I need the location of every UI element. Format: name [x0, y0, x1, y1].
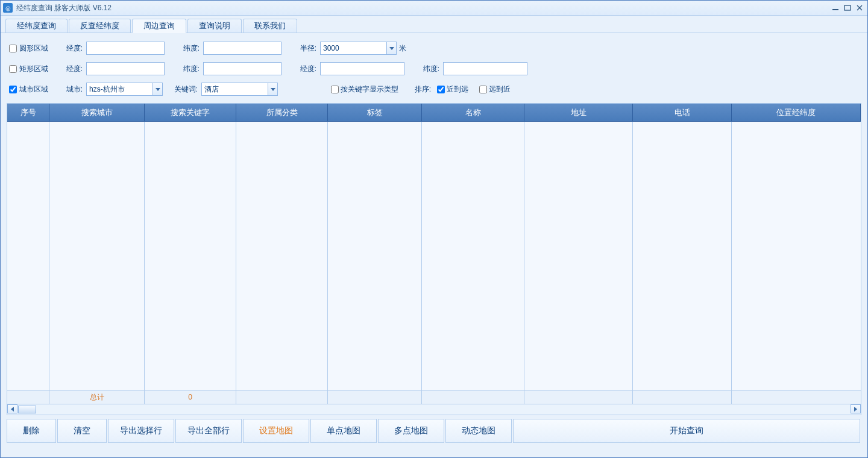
tab-bar: 经纬度查询 反查经纬度 周边查询 查询说明 联系我们 — [1, 16, 867, 33]
tab-reverse-coord[interactable]: 反查经纬度 — [69, 19, 131, 33]
show-type-label: 按关键字显示类型 — [341, 84, 398, 95]
table-footer: 总计 0 — [7, 390, 861, 404]
set-map-button[interactable]: 设置地图 — [243, 419, 309, 443]
rect-lng1-label: 经度: — [58, 64, 83, 74]
circle-lat-input[interactable] — [203, 42, 281, 55]
total-label: 总计 — [49, 391, 145, 404]
sort-far-label: 远到近 — [489, 84, 511, 95]
total-value: 0 — [145, 391, 236, 404]
export-all-button[interactable]: 导出全部行 — [175, 419, 242, 443]
row-circle: 圆形区域 经度: 纬度: 半径: 米 — [7, 38, 861, 58]
rect-lat2-input[interactable] — [443, 62, 527, 75]
col-index[interactable]: 序号 — [7, 104, 49, 122]
results-table: 序号 搜索城市 搜索关键字 所属分类 标签 名称 地址 电话 位置经纬度 — [7, 103, 861, 404]
sort-far-checkbox[interactable]: 远到近 — [477, 84, 511, 95]
col-category[interactable]: 所属分类 — [236, 104, 328, 122]
table-header: 序号 搜索城市 搜索关键字 所属分类 标签 名称 地址 电话 位置经纬度 — [7, 104, 861, 122]
sort-label: 排序: — [407, 84, 431, 95]
tab-contact[interactable]: 联系我们 — [243, 19, 297, 33]
export-sel-button[interactable]: 导出选择行 — [108, 419, 174, 443]
circle-area-label: 圆形区域 — [19, 43, 48, 54]
content-pane: 圆形区域 经度: 纬度: 半径: 米 矩形区域 经度: 纬度: 经度: — [1, 33, 867, 443]
horizontal-scrollbar[interactable] — [7, 404, 861, 415]
maximize-button[interactable] — [842, 4, 853, 12]
city-area-label: 城市区域 — [19, 84, 48, 95]
rect-lng2-label: 经度: — [292, 64, 316, 74]
rect-lng1-input[interactable] — [86, 62, 165, 75]
close-button[interactable] — [854, 4, 865, 12]
col-phone[interactable]: 电话 — [633, 104, 732, 122]
start-query-button[interactable]: 开始查询 — [513, 419, 860, 443]
city-input[interactable] — [86, 83, 153, 96]
titlebar: ◎ 经纬度查询 脉客大师版 V6.12 — [1, 1, 867, 16]
col-city[interactable]: 搜索城市 — [49, 104, 145, 122]
col-keyword[interactable]: 搜索关键字 — [145, 104, 236, 122]
scroll-thumb[interactable] — [18, 406, 36, 413]
city-combo[interactable] — [86, 83, 163, 96]
tab-nearby-query[interactable]: 周边查询 — [132, 19, 186, 33]
radius-unit: 米 — [399, 43, 406, 54]
keyword-combo[interactable] — [201, 83, 278, 96]
tab-coord-query[interactable]: 经纬度查询 — [5, 19, 68, 33]
radius-combo[interactable] — [320, 42, 397, 55]
multi-map-button[interactable]: 多点地图 — [378, 419, 444, 443]
scroll-right-button[interactable] — [851, 404, 861, 413]
table-body — [7, 122, 861, 390]
rect-lat1-input[interactable] — [203, 62, 281, 75]
sort-near-label: 近到远 — [447, 84, 468, 95]
city-area-checkbox[interactable]: 城市区域 — [7, 84, 58, 95]
chevron-down-icon[interactable] — [386, 42, 397, 55]
app-window: ◎ 经纬度查询 脉客大师版 V6.12 经纬度查询 反查经纬度 周边查询 查询说… — [0, 0, 868, 458]
circle-area-checkbox[interactable]: 圆形区域 — [7, 43, 58, 54]
radius-label: 半径: — [292, 43, 316, 54]
city-label: 城市: — [58, 84, 83, 95]
show-type-checkbox[interactable]: 按关键字显示类型 — [329, 84, 398, 95]
col-tag[interactable]: 标签 — [328, 104, 422, 122]
chevron-down-icon[interactable] — [153, 83, 163, 96]
rect-area-checkbox[interactable]: 矩形区域 — [7, 63, 58, 75]
chevron-down-icon[interactable] — [268, 83, 278, 96]
rect-area-label: 矩形区域 — [19, 64, 48, 74]
app-icon: ◎ — [3, 3, 13, 13]
rect-lng2-input[interactable] — [320, 62, 404, 75]
sort-near-checkbox[interactable]: 近到远 — [435, 84, 468, 95]
scroll-left-button[interactable] — [7, 404, 17, 413]
minimize-button[interactable] — [830, 4, 841, 12]
dynamic-map-button[interactable]: 动态地图 — [445, 419, 512, 443]
radius-input[interactable] — [320, 42, 386, 55]
keyword-input[interactable] — [201, 83, 268, 96]
window-title: 经纬度查询 脉客大师版 V6.12 — [16, 3, 112, 13]
tab-help[interactable]: 查询说明 — [187, 19, 242, 33]
clear-button[interactable]: 清空 — [57, 419, 107, 443]
single-map-button[interactable]: 单点地图 — [310, 419, 377, 443]
circle-lng-label: 经度: — [58, 43, 83, 54]
col-name[interactable]: 名称 — [422, 104, 524, 122]
circle-lng-input[interactable] — [86, 42, 165, 55]
keyword-label: 关键词: — [166, 84, 198, 95]
rect-lat1-label: 纬度: — [175, 64, 200, 74]
delete-button[interactable]: 删除 — [7, 419, 56, 443]
col-address[interactable]: 地址 — [524, 104, 633, 122]
col-coord[interactable]: 位置经纬度 — [732, 104, 861, 122]
circle-lat-label: 纬度: — [175, 43, 200, 54]
button-bar: 删除 清空 导出选择行 导出全部行 设置地图 单点地图 多点地图 动态地图 开始… — [7, 419, 861, 443]
rect-lat2-label: 纬度: — [415, 64, 439, 74]
row-rect: 矩形区域 经度: 纬度: 经度: 纬度: — [7, 58, 861, 79]
row-city: 城市区域 城市: 关键词: 按关键字显示类型 排序: 近到远 远到近 — [7, 79, 861, 99]
svg-rect-1 — [844, 5, 851, 10]
